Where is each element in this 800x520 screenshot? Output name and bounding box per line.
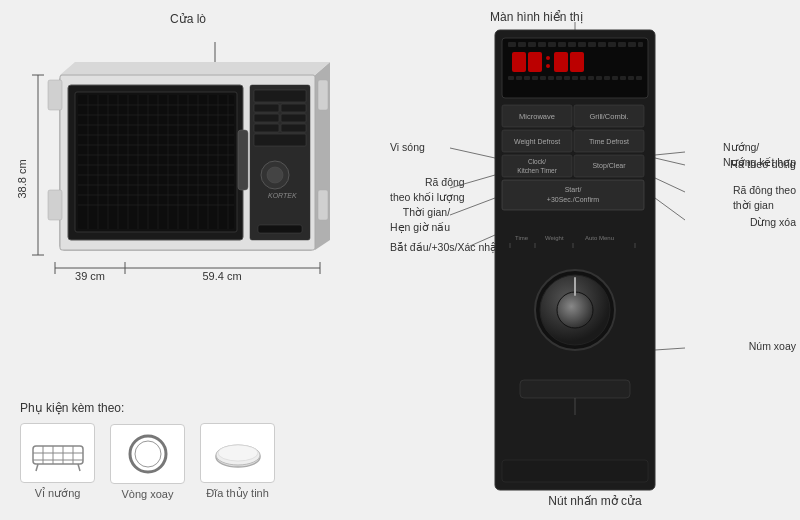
svg-rect-63 [33,446,83,464]
svg-rect-109 [508,76,514,80]
svg-rect-107 [554,52,568,72]
svg-text:KORTEK: KORTEK [268,192,297,199]
svg-rect-95 [568,42,576,47]
accessories-section: Phụ kiện kèm theo: [20,401,360,500]
svg-text:Time Defrost: Time Defrost [589,138,629,145]
svg-rect-45 [238,130,248,190]
svg-text:59.4 cm: 59.4 cm [202,270,241,280]
svg-rect-94 [558,42,566,47]
svg-rect-56 [281,124,306,132]
svg-line-78 [450,148,495,158]
svg-rect-103 [512,52,526,72]
svg-rect-119 [588,76,594,80]
svg-rect-50 [254,90,306,102]
svg-text:38.8 cm: 38.8 cm [16,159,28,198]
svg-text:39 cm: 39 cm [75,270,105,280]
svg-rect-99 [608,42,616,47]
svg-rect-92 [538,42,546,47]
svg-rect-62 [318,190,328,220]
svg-line-86 [655,348,685,350]
svg-point-73 [135,441,161,467]
svg-line-84 [655,198,685,220]
svg-marker-14 [60,62,330,75]
svg-line-80 [450,198,495,215]
vong-xoay-label: Vòng xoay [122,488,174,500]
dia-thuy-tinh-box [200,423,275,483]
svg-text:Clock/: Clock/ [528,158,546,165]
svg-rect-122 [612,76,618,80]
svg-rect-60 [48,190,62,220]
accessory-vi-nuong: Vỉ nướng [20,423,95,500]
svg-rect-87 [495,30,655,490]
svg-rect-118 [580,76,586,80]
svg-text:Stop/Clear: Stop/Clear [592,162,626,170]
svg-rect-104 [528,52,542,72]
svg-rect-98 [598,42,606,47]
svg-text:Kitchen Timer: Kitchen Timer [517,167,558,174]
svg-line-85 [655,158,685,165]
main-container: Cửa lò 38.8 cm 39 cm 59.4 cm [0,0,800,520]
svg-rect-153 [520,380,630,398]
svg-point-49 [267,167,283,183]
svg-rect-55 [254,124,279,132]
svg-line-83 [655,178,685,192]
svg-rect-102 [638,42,643,47]
svg-rect-117 [572,76,578,80]
svg-rect-59 [48,80,62,110]
svg-rect-121 [604,76,610,80]
svg-rect-124 [628,76,634,80]
svg-line-82 [655,152,685,155]
svg-rect-52 [281,104,306,112]
svg-rect-120 [596,76,602,80]
svg-text:Time: Time [515,235,529,241]
accessories-items: Vỉ nướng Vòng xoay [20,423,360,500]
microwave-diagram: 38.8 cm 39 cm 59.4 cm [10,20,370,280]
svg-text:+30Sec./Confirm: +30Sec./Confirm [547,196,599,203]
svg-rect-108 [570,52,584,72]
accessory-dia-thuy-tinh: Đĩa thủy tinh [200,423,275,500]
svg-rect-112 [532,76,538,80]
svg-rect-90 [518,42,526,47]
svg-rect-96 [578,42,586,47]
svg-rect-116 [564,76,570,80]
accessory-vong-xoay: Vòng xoay [110,424,185,500]
svg-text:Start/: Start/ [565,186,582,193]
svg-rect-100 [618,42,626,47]
svg-line-71 [78,464,80,471]
svg-point-76 [218,445,258,461]
svg-rect-53 [254,114,279,122]
vi-nuong-label: Vỉ nướng [35,487,81,500]
svg-rect-110 [516,76,522,80]
svg-rect-115 [556,76,562,80]
svg-rect-155 [502,460,648,482]
svg-rect-57 [254,134,306,146]
vong-xoay-box [110,424,185,484]
svg-rect-93 [548,42,556,47]
svg-rect-54 [281,114,306,122]
svg-line-79 [450,175,495,188]
svg-rect-61 [318,80,328,110]
svg-rect-125 [636,76,642,80]
svg-rect-113 [540,76,546,80]
dia-thuy-tinh-label: Đĩa thủy tinh [206,487,269,500]
svg-rect-114 [548,76,554,80]
svg-rect-58 [258,225,302,233]
svg-rect-97 [588,42,596,47]
svg-rect-101 [628,42,636,47]
svg-rect-139 [502,180,644,210]
vi-nuong-box [20,423,95,483]
svg-point-105 [546,56,550,60]
svg-rect-89 [508,42,516,47]
svg-rect-123 [620,76,626,80]
svg-point-151 [557,292,593,328]
left-section: Cửa lò 38.8 cm 39 cm 59.4 cm [0,0,390,520]
svg-line-81 [470,235,495,246]
svg-point-106 [546,64,550,68]
svg-rect-91 [528,42,536,47]
svg-text:Microwave: Microwave [519,112,555,121]
svg-text:Auto Menu: Auto Menu [585,235,614,241]
svg-rect-51 [254,104,279,112]
svg-rect-111 [524,76,530,80]
svg-line-70 [36,464,38,471]
svg-text:Grill/Combi.: Grill/Combi. [589,112,628,121]
